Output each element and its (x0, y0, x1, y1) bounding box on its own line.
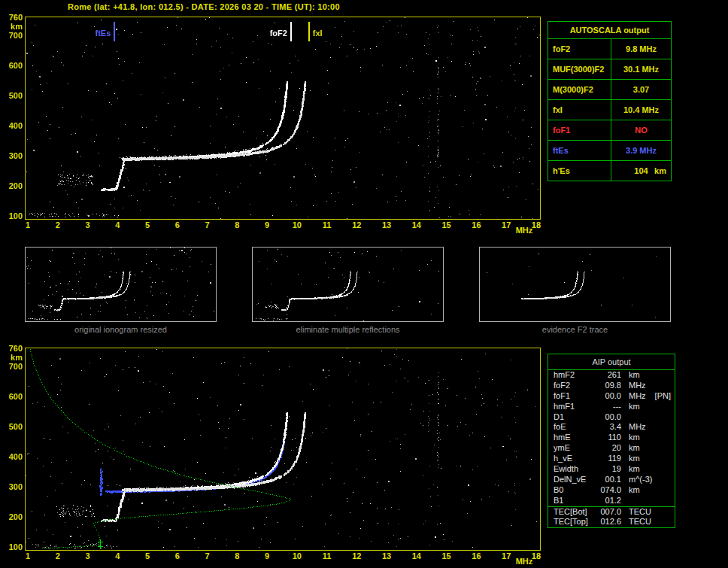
autoscala-row-value: 3.9 MHz (611, 141, 671, 160)
y-tick-label: 200 (3, 181, 23, 190)
aip-row-unit: km (629, 485, 640, 496)
aip-row-value: 007.0 (597, 507, 621, 518)
autoscala-row-value: 30.1 MHz (611, 59, 671, 79)
y-tick-label: 400 (3, 452, 23, 461)
aip-row-yme: ymE20km (548, 443, 675, 454)
x-tick-label: 14 (408, 551, 425, 560)
autoscala-row-label: h'Es (548, 161, 611, 181)
station-header: Rome (lat: +41.8, lon: 012.5) - DATE: 20… (68, 2, 340, 11)
thumbnail-canvas-reflections (253, 248, 443, 321)
aip-row-tectop: TEC[Top]012.6TECU (548, 517, 675, 527)
aip-row-value: 00.1 (597, 475, 621, 485)
aip-row-ewidth: Ewidth19km (548, 464, 675, 475)
aip-row-name: TEC[Bot] (554, 507, 597, 518)
y-tick-label: 600 (3, 61, 23, 70)
aip-row-name: foE (554, 422, 597, 433)
aip-row-delnve: DelN_vE00.1m^(-3) (548, 475, 675, 485)
autoscala-row-muf3000f2: MUF(3000)F230.1 MHz (548, 59, 671, 80)
x-tick-label: 5 (139, 551, 156, 560)
y-tick-label: 500 (3, 91, 23, 100)
x-tick-label: 6 (169, 220, 186, 229)
aip-row-name: hmE (554, 433, 597, 443)
autoscala-row-label: fxI (548, 100, 611, 120)
y-tick-label: 500 (3, 422, 23, 431)
x-tick-label: 1 (20, 220, 36, 229)
y-tick-label: 400 (3, 121, 23, 130)
x-tick-label: 1 (20, 551, 36, 560)
x-tick-label: 15 (438, 551, 455, 560)
autoscala-row-label: ftEs (548, 141, 611, 160)
aip-row-unit: km (629, 454, 640, 464)
x-tick-label: 7 (199, 551, 216, 560)
autoscala-table-title: AUTOSCALA output (548, 22, 671, 39)
y-axis-unit: km (3, 353, 23, 362)
marker-fxi-line (308, 22, 310, 41)
x-axis-unit: MHz (513, 557, 535, 566)
aip-row-hme: hmE110km (548, 433, 675, 443)
aip-row-value: 09.8 (597, 381, 621, 391)
aip-row-value: 19 (597, 464, 621, 475)
aip-row-value: 00.0 (597, 391, 621, 402)
x-tick-label: 8 (229, 220, 245, 229)
autoscala-rows: foF29.8 MHzMUF(3000)F230.1 MHzM(3000)F23… (548, 39, 671, 181)
aip-row-name: D1 (554, 412, 597, 423)
aip-row-name: B1 (554, 496, 597, 506)
aip-output-table: AIP output hmF2261kmfoF209.8MHzfoF100.0M… (548, 354, 675, 528)
ionogram-canvas (26, 17, 540, 219)
ionogram-plot (25, 17, 541, 220)
autoscala-window: Rome (lat: +41.8, lon: 012.5) - DATE: 20… (0, 0, 728, 568)
thumbnail-caption-f2: evidence F2 trace (479, 325, 671, 334)
aip-table-title: AIP output (548, 354, 675, 370)
x-tick-label: 7 (199, 220, 216, 229)
marker-fof2-line (290, 22, 292, 41)
aip-row-fof2: foF209.8MHz (548, 381, 675, 391)
aip-row-unit: TECU (629, 517, 651, 527)
aip-row-unit: km (629, 402, 640, 412)
x-tick-label: 8 (229, 551, 245, 560)
aip-row-name: TEC[Top] (554, 517, 597, 527)
aip-row-name: Ewidth (554, 464, 597, 475)
x-tick-label: 17 (498, 551, 514, 560)
x-tick-label: 2 (50, 551, 66, 560)
x-tick-label: 11 (319, 551, 335, 560)
aip-row-b1: B101.2 (548, 496, 675, 506)
thumbnail-canvas-original (26, 248, 216, 321)
y-tick-label: 700 (3, 362, 23, 371)
autoscala-row-value: 104km (611, 161, 671, 181)
y-tick-label: 300 (3, 482, 23, 491)
aip-row-unit: MHz (629, 391, 646, 402)
x-tick-label: 3 (80, 551, 96, 560)
x-tick-label: 5 (139, 220, 156, 229)
autoscala-row-value: 9.8 MHz (611, 39, 671, 59)
aip-row-foe: foE3.4MHz (548, 422, 675, 433)
aip-row-value: 00.0 (597, 412, 621, 423)
aip-row-d1: D100.0 (548, 412, 675, 423)
aip-row-value: 110 (597, 433, 621, 443)
thumbnail-f2-trace (479, 247, 671, 322)
y-tick-label: 600 (3, 392, 23, 401)
y-axis-unit: km (3, 22, 23, 31)
x-tick-label: 16 (468, 551, 484, 560)
x-tick-label: 14 (408, 220, 425, 229)
thumbnail-canvas-f2 (480, 248, 670, 321)
aip-row-unit: km (629, 443, 640, 454)
autoscala-row-hes: h'Es104km (548, 161, 671, 181)
x-axis-unit: MHz (513, 226, 535, 235)
aip-row-hmf2: hmF2261km (548, 370, 675, 381)
aip-row-name: B0 (554, 485, 597, 496)
autoscala-row-label: M(3000)F2 (548, 80, 611, 99)
aip-row-name: foF2 (554, 381, 597, 391)
y-tick-label: 700 (3, 31, 23, 40)
x-tick-label: 15 (438, 220, 455, 229)
marker-fof2-label: foF2 (260, 29, 287, 38)
autoscala-row-value: 10.4 MHz (611, 100, 671, 120)
marker-ftes-label: ftEs (83, 29, 111, 38)
aip-row-note: [PN] (655, 391, 671, 402)
y-tick-label: 100 (3, 542, 23, 551)
aip-row-name: hmF1 (554, 402, 597, 412)
aip-row-hve: h_vE119km (548, 454, 675, 464)
x-tick-label: 9 (259, 220, 275, 229)
x-tick-label: 17 (498, 220, 514, 229)
x-tick-label: 2 (50, 220, 66, 229)
aip-row-unit: MHz (629, 422, 646, 433)
